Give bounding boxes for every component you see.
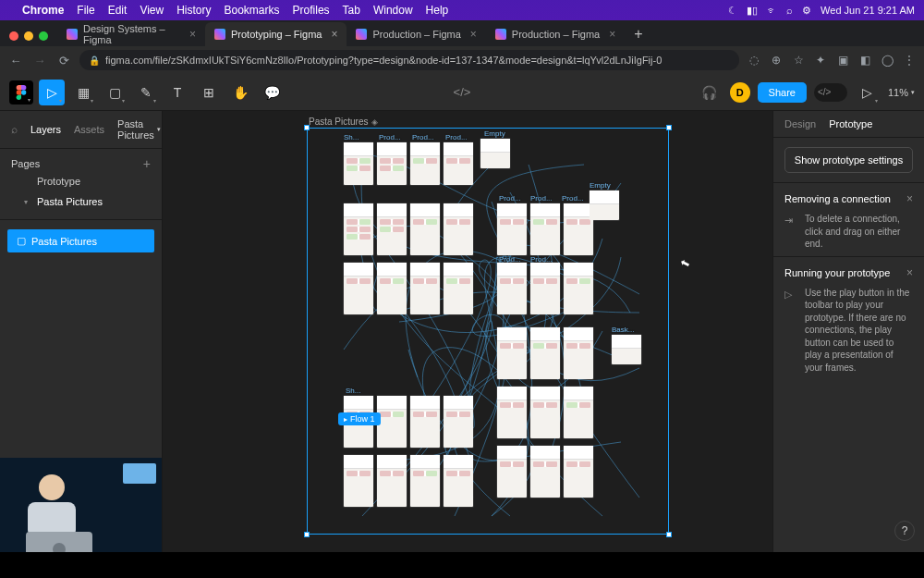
prototype-tab[interactable]: Prototype bbox=[829, 118, 872, 129]
canvas-frame[interactable] bbox=[377, 455, 407, 507]
frame-label[interactable]: Pasta Pictures ◈ bbox=[309, 117, 378, 127]
browser-tab[interactable]: Prototyping – Figma× bbox=[205, 22, 346, 46]
menubar-item[interactable]: Tab bbox=[343, 4, 360, 17]
frame-name[interactable]: Empty bbox=[484, 129, 505, 138]
selection-handle[interactable] bbox=[666, 125, 672, 130]
canvas-frame[interactable] bbox=[377, 263, 407, 314]
extensions-puzzle-icon[interactable]: ✦ bbox=[813, 53, 828, 68]
canvas-frame[interactable] bbox=[530, 446, 560, 498]
canvas-frame[interactable] bbox=[377, 396, 407, 448]
help-button[interactable]: ? bbox=[894, 521, 915, 541]
frame-name[interactable]: Sh... bbox=[346, 387, 360, 395]
text-tool[interactable]: T bbox=[164, 80, 190, 105]
moon-icon[interactable]: ☾ bbox=[728, 5, 737, 17]
canvas-frame[interactable] bbox=[444, 455, 473, 507]
menubar-item[interactable]: Help bbox=[426, 4, 449, 17]
figma-menu-button[interactable] bbox=[9, 80, 33, 105]
menubar-item[interactable]: Profiles bbox=[293, 4, 330, 17]
canvas-frame[interactable] bbox=[530, 327, 560, 379]
ext-icon[interactable]: ◌ bbox=[747, 53, 761, 68]
canvas-frame[interactable] bbox=[497, 446, 527, 498]
menubar-item[interactable]: File bbox=[77, 4, 94, 17]
canvas-frame[interactable] bbox=[530, 263, 560, 314]
frame-name[interactable]: Prod... bbox=[562, 194, 584, 203]
canvas-frame[interactable] bbox=[344, 263, 373, 314]
browser-tab[interactable]: Production – Figma× bbox=[486, 22, 625, 46]
shape-tool[interactable]: ▢ bbox=[102, 80, 128, 105]
canvas-frame[interactable] bbox=[444, 396, 473, 448]
chrome-menu-icon[interactable]: ⋮ bbox=[902, 53, 917, 68]
canvas-frame[interactable] bbox=[410, 142, 440, 185]
selection-handle[interactable] bbox=[304, 125, 310, 130]
window-controls[interactable] bbox=[9, 31, 48, 41]
canvas-frame[interactable] bbox=[497, 263, 527, 314]
canvas-frame[interactable] bbox=[497, 387, 527, 438]
present-button[interactable]: ▷ bbox=[855, 80, 881, 105]
prototype-settings-button[interactable]: Show prototype settings bbox=[784, 147, 913, 173]
canvas[interactable]: Pasta Pictures ◈ bbox=[163, 111, 772, 578]
battery-icon[interactable]: ▮▯ bbox=[747, 5, 758, 17]
menubar-app[interactable]: Chrome bbox=[22, 4, 64, 17]
menubar-item[interactable]: Bookmarks bbox=[225, 4, 280, 17]
ext-icon[interactable]: ☆ bbox=[791, 53, 806, 68]
comment-tool[interactable]: 💬 bbox=[259, 80, 285, 105]
share-button[interactable]: Share bbox=[758, 82, 807, 103]
selection-handle[interactable] bbox=[666, 532, 672, 537]
frame-name[interactable]: Empty bbox=[590, 181, 611, 190]
close-tab-icon[interactable]: × bbox=[470, 28, 477, 41]
canvas-frame[interactable] bbox=[410, 396, 440, 448]
menubar-clock[interactable]: Wed Jun 21 9:21 AM bbox=[821, 5, 915, 16]
canvas-frame[interactable] bbox=[410, 455, 440, 507]
canvas-frame[interactable] bbox=[564, 263, 593, 314]
wifi-icon[interactable]: ᯤ bbox=[767, 5, 777, 16]
document-title-icon[interactable]: </> bbox=[454, 85, 471, 99]
canvas-frame[interactable] bbox=[612, 335, 641, 364]
reload-button[interactable]: ⟳ bbox=[55, 52, 72, 68]
frame-name[interactable]: Prod... bbox=[530, 194, 553, 203]
frame-name[interactable]: Prod... bbox=[445, 133, 468, 141]
control-center-icon[interactable]: ⚙ bbox=[802, 5, 811, 17]
menubar-item[interactable]: View bbox=[140, 4, 164, 17]
canvas-frame[interactable] bbox=[590, 191, 619, 220]
frame-name[interactable]: Prod... bbox=[499, 194, 521, 203]
address-bar[interactable]: 🔒 figma.com/file/zSKdmxIUkTSiY6cmNz8Ilo/… bbox=[79, 50, 739, 70]
add-page-button[interactable]: + bbox=[143, 156, 151, 171]
canvas-frame[interactable] bbox=[480, 139, 510, 168]
new-tab-button[interactable]: + bbox=[625, 26, 651, 46]
frame-tool[interactable]: ▦ bbox=[70, 80, 96, 105]
forward-button[interactable]: → bbox=[31, 52, 48, 68]
canvas-frame[interactable] bbox=[444, 263, 473, 314]
hand-tool[interactable]: ✋ bbox=[227, 80, 253, 105]
canvas-frame[interactable] bbox=[444, 203, 473, 255]
canvas-frame[interactable] bbox=[564, 446, 593, 498]
dev-mode-toggle[interactable]: </> bbox=[814, 83, 847, 102]
page-item[interactable]: Prototype bbox=[11, 171, 151, 191]
profile-avatar-icon[interactable]: ◯ bbox=[880, 53, 894, 68]
canvas-frame[interactable] bbox=[497, 327, 527, 379]
ext-icon[interactable]: ▣ bbox=[835, 53, 850, 68]
zoom-dropdown[interactable]: 11%▾ bbox=[888, 87, 915, 98]
selection-handle[interactable] bbox=[304, 532, 310, 537]
back-button[interactable]: ← bbox=[7, 52, 24, 68]
pen-tool[interactable]: ✎ bbox=[133, 80, 159, 105]
canvas-frame[interactable] bbox=[564, 327, 593, 379]
canvas-frame[interactable] bbox=[497, 203, 527, 255]
canvas-frame[interactable] bbox=[410, 203, 440, 255]
resources-tool[interactable]: ⊞ bbox=[196, 80, 222, 105]
move-tool[interactable]: ▷ bbox=[39, 80, 65, 105]
canvas-frame[interactable] bbox=[377, 142, 407, 185]
flow-start-badge[interactable]: Flow 1 bbox=[338, 412, 381, 425]
spotlight-icon[interactable]: ⌕ bbox=[786, 5, 793, 16]
page-item[interactable]: ▾Pasta Pictures bbox=[11, 191, 151, 212]
menubar-item[interactable]: Edit bbox=[108, 4, 128, 17]
browser-tab[interactable]: Design Systems – Figma× bbox=[57, 22, 205, 46]
menubar-item[interactable]: History bbox=[176, 4, 211, 17]
canvas-frame[interactable] bbox=[410, 263, 440, 314]
frame-name[interactable]: Bask... bbox=[612, 326, 634, 334]
search-icon[interactable]: ⌕ bbox=[11, 123, 18, 136]
frame-name[interactable]: Prod... bbox=[412, 133, 434, 141]
frame-name[interactable]: Sh... bbox=[344, 133, 359, 141]
canvas-frame[interactable] bbox=[344, 455, 373, 507]
close-tab-icon[interactable]: × bbox=[331, 28, 337, 41]
headphone-icon[interactable]: 🎧 bbox=[697, 80, 723, 105]
